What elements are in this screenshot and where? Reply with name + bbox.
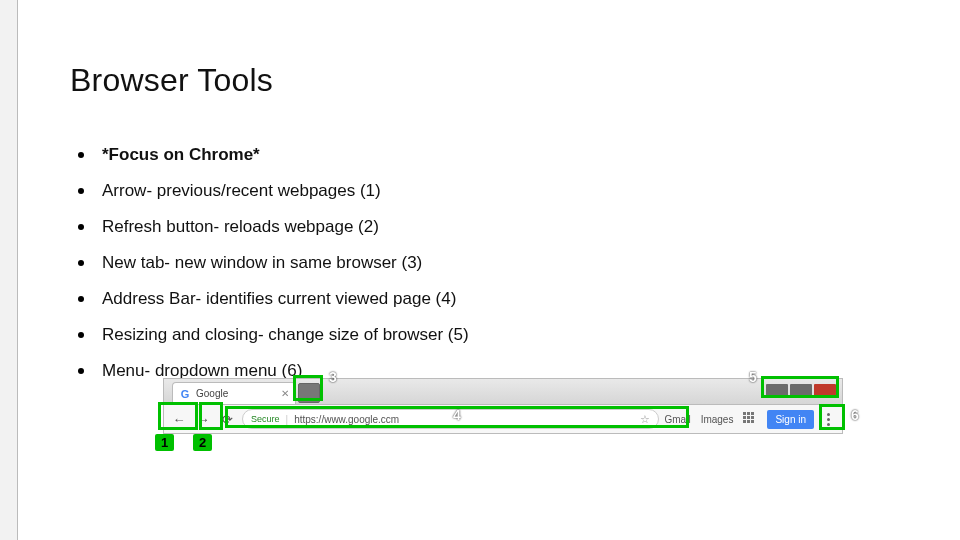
annotation-6: 6 (845, 406, 865, 424)
apps-grid-icon[interactable] (743, 412, 757, 426)
tab-strip: G Google ✕ (163, 378, 843, 404)
highlight-arrows (158, 402, 198, 430)
slide: Browser Tools *Focus on Chrome* Arrow- p… (0, 0, 960, 540)
close-icon[interactable]: ✕ (281, 388, 289, 399)
annotation-1: 1 (155, 434, 174, 451)
bullet-icon (78, 368, 84, 374)
highlight-newtab (293, 375, 323, 401)
highlight-refresh (199, 402, 223, 430)
list-item: Resizing and closing- change size of bro… (78, 322, 469, 348)
bullet-text: Resizing and closing- change size of bro… (102, 322, 469, 348)
bullet-icon (78, 260, 84, 266)
bullet-text: Arrow- previous/recent webpages (1) (102, 178, 381, 204)
bullet-icon (78, 332, 84, 338)
page-title: Browser Tools (70, 62, 273, 99)
bullet-icon (78, 188, 84, 194)
left-sidebar (0, 0, 18, 540)
bullet-text: Address Bar- identifies current viewed p… (102, 286, 456, 312)
signin-button[interactable]: Sign in (767, 410, 814, 429)
google-icon: G (179, 388, 191, 400)
annotation-5: 5 (743, 368, 763, 386)
tab-label: Google (196, 388, 228, 399)
bullet-icon (78, 296, 84, 302)
highlight-windowcontrols (761, 376, 839, 398)
list-item: *Focus on Chrome* (78, 142, 469, 168)
browser-diagram: G Google ✕ ← → ⟳ Secure | https://www.go… (163, 378, 843, 434)
list-item: Refresh button- reloads webpage (2) (78, 214, 469, 240)
images-link[interactable]: Images (701, 414, 734, 425)
annotation-2: 2 (193, 434, 212, 451)
bullet-text: *Focus on Chrome* (102, 142, 260, 168)
list-item: Arrow- previous/recent webpages (1) (78, 178, 469, 204)
annotation-4: 4 (447, 406, 467, 424)
bullet-icon (78, 152, 84, 158)
tab-google[interactable]: G Google ✕ (172, 382, 296, 404)
list-item: Address Bar- identifies current viewed p… (78, 286, 469, 312)
bullet-text: Refresh button- reloads webpage (2) (102, 214, 379, 240)
highlight-menu (819, 404, 845, 430)
bullet-list: *Focus on Chrome* Arrow- previous/recent… (78, 142, 469, 394)
annotation-3: 3 (323, 368, 343, 386)
bullet-text: New tab- new window in same browser (3) (102, 250, 422, 276)
bullet-icon (78, 224, 84, 230)
list-item: New tab- new window in same browser (3) (78, 250, 469, 276)
